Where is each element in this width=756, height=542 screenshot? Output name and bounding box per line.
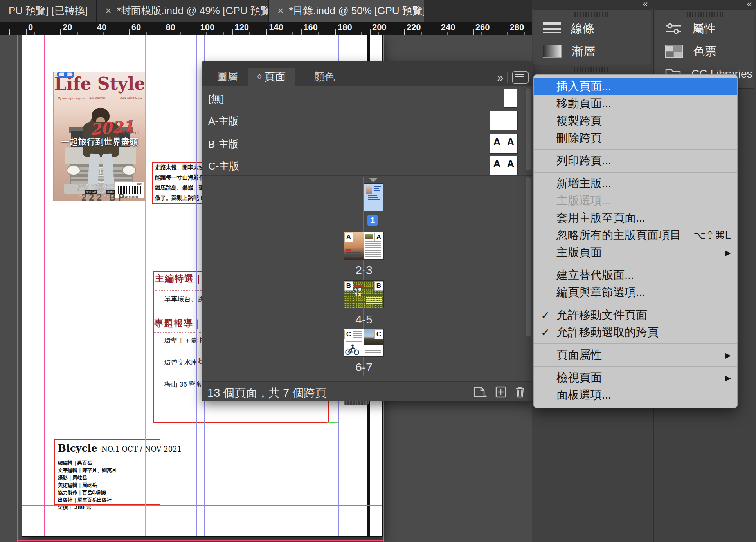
menu-item[interactable]: 建立替代版面... bbox=[534, 267, 737, 284]
thumb-caption-line: 台灣 bbox=[354, 288, 361, 292]
spread-thumbnail-6-7-right[interactable]: C bbox=[364, 329, 383, 356]
master-thumbnail[interactable]: A bbox=[490, 156, 504, 175]
panel-resize-grip[interactable] bbox=[344, 401, 369, 405]
menu-item[interactable]: 列印跨頁... bbox=[534, 152, 737, 170]
master-thumbnail[interactable]: A bbox=[504, 156, 517, 175]
bleed-guide-left bbox=[17, 35, 18, 542]
panel-button-swatches[interactable]: 色票 bbox=[665, 43, 716, 60]
checkmark-icon: ✓ bbox=[541, 309, 556, 322]
master-item-label[interactable]: B-主版 bbox=[208, 137, 239, 151]
panel-button-gradient[interactable]: 漸層 bbox=[543, 43, 595, 60]
toc-item-2: 環墾丁＋壽卡 bbox=[164, 336, 204, 345]
master-thumbnail[interactable] bbox=[504, 89, 517, 107]
ruler-guide-cyan[interactable] bbox=[145, 35, 146, 536]
colophon-line: 美術編輯｜周屹岳 bbox=[58, 481, 117, 489]
colophon-issue: NO.1 OCT / NOV 2021 bbox=[101, 445, 182, 453]
document-tab[interactable]: PU 預覽] [已轉換] bbox=[0, 0, 97, 22]
panel-button-stroke[interactable]: 線條 bbox=[543, 20, 594, 37]
checkmark-icon: ✓ bbox=[541, 326, 556, 339]
menu-item[interactable]: 新增主版... bbox=[534, 175, 737, 192]
spread-thumbnail-4-5[interactable]: BB台灣百岳 bbox=[344, 281, 383, 308]
section-arrow-icon[interactable] bbox=[369, 178, 378, 182]
spread-thumbnail-2-3-right[interactable]: A bbox=[364, 232, 383, 259]
panel-grip[interactable] bbox=[574, 67, 610, 72]
spread-label[interactable]: 6-7 bbox=[333, 361, 395, 374]
column-guide[interactable] bbox=[54, 35, 54, 536]
panel-tab-color[interactable]: 顏色 bbox=[304, 68, 344, 86]
thumb-text-line bbox=[374, 190, 380, 191]
collapse-panels-icon[interactable]: « bbox=[643, 0, 646, 9]
spread-thumbnail-6-7-left[interactable]: C bbox=[344, 329, 364, 356]
pages-scrollbar[interactable] bbox=[526, 177, 531, 336]
toc-frame-bottom-edge bbox=[153, 422, 327, 423]
menu-item[interactable]: 刪除跨頁 bbox=[534, 130, 737, 147]
menu-item-label: 面板選項... bbox=[556, 387, 731, 403]
close-icon[interactable]: × bbox=[105, 5, 111, 17]
master-item-label[interactable]: C-主版 bbox=[208, 159, 239, 173]
panel-grip[interactable] bbox=[574, 12, 610, 17]
master-thumbnail[interactable]: A bbox=[504, 134, 517, 153]
document-tab-active[interactable]: × *目錄.indd @ 50% [GPU 預覽] bbox=[269, 0, 424, 22]
cover-image-frame[interactable]: Life Style My own style magazine・生活風格日刊 … bbox=[53, 72, 146, 201]
menu-item[interactable]: 忽略所有的主版頁面項目⌥⇧⌘L bbox=[534, 227, 737, 244]
menu-separator bbox=[534, 264, 737, 264]
collapse-panels-icon[interactable]: « bbox=[747, 0, 751, 9]
menu-item[interactable]: 複製跨頁 bbox=[534, 112, 737, 130]
colophon-text-frame[interactable]: BicycleNO.1 OCT / NOV 2021 總編輯｜吳百岳文字編輯｜陳… bbox=[54, 439, 160, 505]
panel-grip[interactable] bbox=[687, 12, 723, 17]
menu-item[interactable]: 編頁與章節選項... bbox=[534, 284, 737, 301]
page-transition-icon[interactable] bbox=[472, 386, 487, 398]
master-thumbnail[interactable]: A bbox=[490, 134, 504, 153]
menu-item[interactable]: ✓允許移動文件頁面 bbox=[534, 307, 737, 324]
panel-tab-pages[interactable]: ◊ 頁面 bbox=[248, 68, 295, 86]
menu-item[interactable]: 移動頁面... bbox=[534, 95, 737, 112]
ruler-number: 60 bbox=[131, 22, 141, 33]
new-page-icon[interactable] bbox=[495, 386, 507, 398]
thumb-red-mark bbox=[346, 249, 351, 251]
margin-guide-bottom[interactable] bbox=[22, 505, 382, 506]
menu-shortcut: ⌥⇧⌘L bbox=[693, 229, 731, 242]
panel-tab-layers[interactable]: 圖層 bbox=[207, 68, 247, 86]
document-tab[interactable]: × *封面模版.indd @ 49% [GPU 預覽] bbox=[97, 0, 269, 22]
master-item-label[interactable]: A-主版 bbox=[208, 114, 239, 128]
margin-guide-left[interactable] bbox=[44, 35, 45, 536]
gradient-icon bbox=[543, 45, 562, 58]
menu-item-label: 允許移動選取的跨頁 bbox=[556, 325, 731, 340]
trash-icon[interactable] bbox=[515, 386, 526, 398]
master-thumbnail[interactable] bbox=[490, 111, 504, 130]
menu-item-label: 檢視頁面 bbox=[556, 370, 717, 386]
horizontal-ruler[interactable]: 020406080100120140160180200220240260280 bbox=[0, 22, 532, 35]
thumb-text-block bbox=[346, 252, 361, 257]
panel-expand-icon[interactable]: » bbox=[497, 71, 502, 84]
tab-label: 頁面 bbox=[265, 70, 286, 84]
colophon-title-text: Bicycle bbox=[58, 443, 97, 454]
menu-item[interactable]: 插入頁面... bbox=[534, 78, 737, 95]
master-item-label[interactable]: [無] bbox=[208, 92, 224, 106]
spread-label[interactable]: 2-3 bbox=[333, 264, 395, 277]
menu-separator bbox=[534, 343, 737, 344]
document-tab-bar: PU 預覽] [已轉換] × *封面模版.indd @ 49% [GPU 預覽]… bbox=[0, 0, 532, 22]
panel-menu-icon[interactable] bbox=[512, 71, 529, 84]
colophon-line: 協力製作｜百岳印刷廠 bbox=[58, 489, 117, 496]
thumb-text-line bbox=[374, 186, 381, 187]
menu-separator bbox=[534, 304, 737, 304]
submenu-arrow-icon: ▶ bbox=[725, 373, 731, 383]
menu-item[interactable]: 主版選項... bbox=[534, 192, 737, 210]
master-thumbnail[interactable] bbox=[504, 111, 517, 130]
column-guide[interactable] bbox=[196, 35, 197, 536]
master-letter: A bbox=[490, 158, 504, 170]
page-number-badge[interactable]: 1 bbox=[367, 215, 378, 226]
page-thumbnail-1[interactable] bbox=[364, 184, 383, 211]
menu-item[interactable]: 套用主版至頁面... bbox=[534, 210, 737, 227]
menu-item[interactable]: 檢視頁面▶ bbox=[534, 369, 737, 387]
menu-item[interactable]: ✓允許移動選取的跨頁 bbox=[534, 324, 737, 341]
spread-label[interactable]: 4-5 bbox=[333, 313, 395, 326]
menu-item[interactable]: 頁面屬性▶ bbox=[534, 347, 737, 364]
masters-scrollbar[interactable] bbox=[526, 88, 531, 170]
menu-item[interactable]: 主版頁面▶ bbox=[534, 244, 737, 261]
close-icon[interactable]: × bbox=[277, 5, 283, 17]
panel-button-properties[interactable]: 屬性 bbox=[665, 20, 716, 37]
menu-item[interactable]: 面板選項... bbox=[534, 387, 737, 404]
spread-thumbnail-2-3-left[interactable]: A bbox=[344, 232, 364, 259]
menu-item-label: 編頁與章節選項... bbox=[556, 285, 731, 300]
